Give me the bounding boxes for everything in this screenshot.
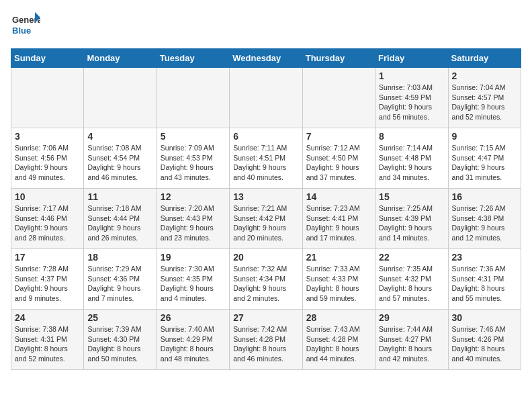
day-number: 16 [452, 191, 517, 202]
calendar-cell [11, 68, 84, 128]
calendar-cell: 23Sunrise: 7:36 AM Sunset: 4:31 PM Dayli… [448, 249, 521, 310]
day-info: Sunrise: 7:14 AM Sunset: 4:48 PM Dayligh… [379, 143, 444, 183]
day-info: Sunrise: 7:46 AM Sunset: 4:26 PM Dayligh… [452, 324, 517, 364]
weekday-header-monday: Monday [84, 49, 157, 68]
calendar-cell: 9Sunrise: 7:15 AM Sunset: 4:47 PM Daylig… [448, 128, 521, 189]
calendar-cell [84, 68, 157, 128]
calendar-cell: 30Sunrise: 7:46 AM Sunset: 4:26 PM Dayli… [448, 310, 521, 370]
weekday-header-tuesday: Tuesday [157, 49, 229, 68]
day-number: 7 [306, 131, 371, 142]
day-info: Sunrise: 7:09 AM Sunset: 4:53 PM Dayligh… [161, 143, 226, 183]
day-info: Sunrise: 7:35 AM Sunset: 4:32 PM Dayligh… [379, 264, 444, 304]
calendar-cell: 6Sunrise: 7:11 AM Sunset: 4:51 PM Daylig… [230, 128, 302, 189]
calendar-cell: 17Sunrise: 7:28 AM Sunset: 4:37 PM Dayli… [11, 249, 84, 310]
day-number: 12 [161, 191, 226, 202]
day-info: Sunrise: 7:15 AM Sunset: 4:47 PM Dayligh… [452, 143, 517, 183]
calendar-cell: 29Sunrise: 7:44 AM Sunset: 4:27 PM Dayli… [375, 310, 448, 370]
day-number: 18 [87, 252, 152, 263]
day-number: 27 [233, 312, 298, 323]
calendar-cell: 5Sunrise: 7:09 AM Sunset: 4:53 PM Daylig… [157, 128, 229, 189]
day-number: 4 [87, 131, 152, 142]
calendar-cell: 27Sunrise: 7:42 AM Sunset: 4:28 PM Dayli… [230, 310, 302, 370]
day-number: 1 [379, 71, 444, 81]
day-info: Sunrise: 7:32 AM Sunset: 4:34 PM Dayligh… [233, 264, 298, 304]
calendar-cell [157, 68, 229, 128]
day-info: Sunrise: 7:20 AM Sunset: 4:43 PM Dayligh… [161, 203, 226, 243]
calendar-cell: 4Sunrise: 7:08 AM Sunset: 4:54 PM Daylig… [84, 128, 157, 189]
day-info: Sunrise: 7:36 AM Sunset: 4:31 PM Dayligh… [452, 264, 517, 304]
day-number: 13 [233, 191, 298, 202]
calendar-cell: 20Sunrise: 7:32 AM Sunset: 4:34 PM Dayli… [230, 249, 302, 310]
day-info: Sunrise: 7:44 AM Sunset: 4:27 PM Dayligh… [379, 324, 444, 364]
calendar-cell: 21Sunrise: 7:33 AM Sunset: 4:33 PM Dayli… [302, 249, 375, 310]
day-info: Sunrise: 7:03 AM Sunset: 4:59 PM Dayligh… [379, 83, 444, 122]
calendar-cell: 8Sunrise: 7:14 AM Sunset: 4:48 PM Daylig… [375, 128, 448, 189]
calendar-cell: 15Sunrise: 7:25 AM Sunset: 4:39 PM Dayli… [375, 189, 448, 249]
day-info: Sunrise: 7:11 AM Sunset: 4:51 PM Dayligh… [233, 143, 298, 183]
day-number: 24 [15, 312, 80, 323]
calendar-cell: 24Sunrise: 7:38 AM Sunset: 4:31 PM Dayli… [11, 310, 84, 370]
day-number: 20 [233, 252, 298, 263]
day-number: 3 [15, 131, 80, 142]
day-info: Sunrise: 7:12 AM Sunset: 4:50 PM Dayligh… [306, 143, 371, 183]
calendar-cell: 11Sunrise: 7:18 AM Sunset: 4:44 PM Dayli… [84, 189, 157, 249]
day-info: Sunrise: 7:17 AM Sunset: 4:46 PM Dayligh… [15, 203, 80, 243]
svg-text:Blue: Blue [12, 26, 31, 36]
calendar-cell: 19Sunrise: 7:30 AM Sunset: 4:35 PM Dayli… [157, 249, 229, 310]
calendar-cell: 1Sunrise: 7:03 AM Sunset: 4:59 PM Daylig… [375, 68, 448, 128]
calendar-cell: 16Sunrise: 7:26 AM Sunset: 4:38 PM Dayli… [448, 189, 521, 249]
calendar-cell [230, 68, 302, 128]
weekday-header-friday: Friday [375, 49, 448, 68]
calendar-cell: 18Sunrise: 7:29 AM Sunset: 4:36 PM Dayli… [84, 249, 157, 310]
day-info: Sunrise: 7:23 AM Sunset: 4:41 PM Dayligh… [306, 203, 371, 243]
day-info: Sunrise: 7:25 AM Sunset: 4:39 PM Dayligh… [379, 203, 444, 243]
day-info: Sunrise: 7:28 AM Sunset: 4:37 PM Dayligh… [15, 264, 80, 304]
calendar-cell: 13Sunrise: 7:21 AM Sunset: 4:42 PM Dayli… [230, 189, 302, 249]
day-info: Sunrise: 7:42 AM Sunset: 4:28 PM Dayligh… [233, 324, 298, 364]
day-number: 22 [379, 252, 444, 263]
calendar-cell: 26Sunrise: 7:40 AM Sunset: 4:29 PM Dayli… [157, 310, 229, 370]
day-info: Sunrise: 7:08 AM Sunset: 4:54 PM Dayligh… [87, 143, 152, 183]
day-info: Sunrise: 7:29 AM Sunset: 4:36 PM Dayligh… [87, 264, 152, 304]
day-number: 21 [306, 252, 371, 263]
day-info: Sunrise: 7:33 AM Sunset: 4:33 PM Dayligh… [306, 264, 371, 304]
day-info: Sunrise: 7:38 AM Sunset: 4:31 PM Dayligh… [15, 324, 80, 364]
day-number: 23 [452, 252, 517, 263]
day-number: 14 [306, 191, 371, 202]
calendar-cell: 2Sunrise: 7:04 AM Sunset: 4:57 PM Daylig… [448, 68, 521, 128]
day-info: Sunrise: 7:40 AM Sunset: 4:29 PM Dayligh… [161, 324, 226, 364]
day-info: Sunrise: 7:30 AM Sunset: 4:35 PM Dayligh… [161, 264, 226, 304]
day-info: Sunrise: 7:43 AM Sunset: 4:28 PM Dayligh… [306, 324, 371, 364]
day-number: 5 [161, 131, 226, 142]
day-info: Sunrise: 7:21 AM Sunset: 4:42 PM Dayligh… [233, 203, 298, 243]
page-header: General Blue [11, 11, 521, 40]
day-info: Sunrise: 7:39 AM Sunset: 4:30 PM Dayligh… [87, 324, 152, 364]
day-info: Sunrise: 7:18 AM Sunset: 4:44 PM Dayligh… [87, 203, 152, 243]
calendar-cell [302, 68, 375, 128]
day-number: 30 [452, 312, 517, 323]
calendar-cell: 22Sunrise: 7:35 AM Sunset: 4:32 PM Dayli… [375, 249, 448, 310]
calendar-cell: 14Sunrise: 7:23 AM Sunset: 4:41 PM Dayli… [302, 189, 375, 249]
weekday-header-thursday: Thursday [302, 49, 375, 68]
day-number: 2 [452, 71, 517, 81]
weekday-header-wednesday: Wednesday [230, 49, 302, 68]
day-number: 28 [306, 312, 371, 323]
day-info: Sunrise: 7:06 AM Sunset: 4:56 PM Dayligh… [15, 143, 80, 183]
day-number: 29 [379, 312, 444, 323]
day-number: 17 [15, 252, 80, 263]
day-number: 6 [233, 131, 298, 142]
weekday-header-saturday: Saturday [448, 49, 521, 68]
day-number: 15 [379, 191, 444, 202]
day-number: 25 [87, 312, 152, 323]
day-info: Sunrise: 7:26 AM Sunset: 4:38 PM Dayligh… [452, 203, 517, 243]
day-number: 26 [161, 312, 226, 323]
weekday-header-sunday: Sunday [11, 49, 84, 68]
day-number: 11 [87, 191, 152, 202]
day-info: Sunrise: 7:04 AM Sunset: 4:57 PM Dayligh… [452, 83, 517, 122]
calendar-cell: 7Sunrise: 7:12 AM Sunset: 4:50 PM Daylig… [302, 128, 375, 189]
calendar-cell: 3Sunrise: 7:06 AM Sunset: 4:56 PM Daylig… [11, 128, 84, 189]
day-number: 8 [379, 131, 444, 142]
day-number: 10 [15, 191, 80, 202]
day-number: 9 [452, 131, 517, 142]
calendar-cell: 10Sunrise: 7:17 AM Sunset: 4:46 PM Dayli… [11, 189, 84, 249]
